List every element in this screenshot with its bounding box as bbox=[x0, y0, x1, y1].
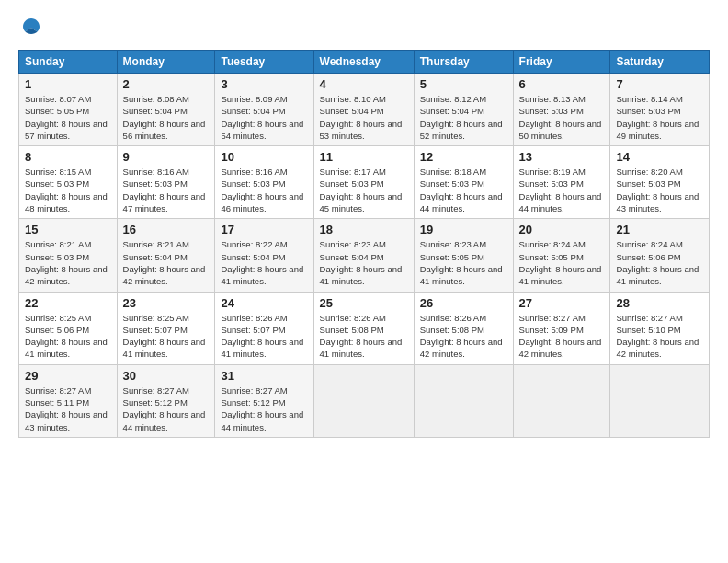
day-info: Sunrise: 8:21 AM Sunset: 5:03 PM Dayligh… bbox=[25, 238, 111, 287]
calendar-cell: 25Sunrise: 8:26 AM Sunset: 5:08 PM Dayli… bbox=[313, 292, 414, 364]
weekday-header-saturday: Saturday bbox=[610, 51, 710, 74]
day-number: 28 bbox=[616, 296, 703, 310]
day-number: 22 bbox=[25, 296, 111, 310]
day-number: 31 bbox=[221, 369, 307, 383]
weekday-header-sunday: Sunday bbox=[19, 51, 118, 74]
weekday-header-wednesday: Wednesday bbox=[313, 51, 414, 74]
day-number: 9 bbox=[123, 150, 210, 164]
day-number: 3 bbox=[221, 77, 307, 91]
day-info: Sunrise: 8:25 AM Sunset: 5:07 PM Dayligh… bbox=[123, 312, 210, 361]
calendar-table: SundayMondayTuesdayWednesdayThursdayFrid… bbox=[18, 50, 710, 438]
calendar-cell: 12Sunrise: 8:18 AM Sunset: 5:03 PM Dayli… bbox=[414, 146, 513, 219]
calendar-cell: 2Sunrise: 8:08 AM Sunset: 5:04 PM Daylig… bbox=[117, 74, 215, 146]
day-info: Sunrise: 8:15 AM Sunset: 5:03 PM Dayligh… bbox=[25, 166, 111, 214]
day-info: Sunrise: 8:16 AM Sunset: 5:03 PM Dayligh… bbox=[123, 166, 210, 214]
day-info: Sunrise: 8:17 AM Sunset: 5:03 PM Dayligh… bbox=[320, 166, 408, 214]
day-info: Sunrise: 8:26 AM Sunset: 5:08 PM Dayligh… bbox=[420, 312, 507, 361]
calendar-cell: 27Sunrise: 8:27 AM Sunset: 5:09 PM Dayli… bbox=[513, 292, 610, 364]
day-number: 6 bbox=[519, 77, 605, 91]
calendar-cell: 26Sunrise: 8:26 AM Sunset: 5:08 PM Dayli… bbox=[414, 292, 513, 364]
day-number: 16 bbox=[123, 223, 210, 236]
calendar-cell: 16Sunrise: 8:21 AM Sunset: 5:04 PM Dayli… bbox=[117, 219, 215, 292]
day-info: Sunrise: 8:12 AM Sunset: 5:04 PM Dayligh… bbox=[420, 93, 507, 142]
calendar-cell: 28Sunrise: 8:27 AM Sunset: 5:10 PM Dayli… bbox=[610, 292, 710, 364]
calendar-cell: 17Sunrise: 8:22 AM Sunset: 5:04 PM Dayli… bbox=[215, 219, 313, 292]
day-number: 30 bbox=[123, 369, 210, 383]
day-info: Sunrise: 8:13 AM Sunset: 5:03 PM Dayligh… bbox=[519, 93, 605, 142]
day-info: Sunrise: 8:25 AM Sunset: 5:06 PM Dayligh… bbox=[25, 312, 111, 361]
calendar-cell: 1Sunrise: 8:07 AM Sunset: 5:05 PM Daylig… bbox=[19, 74, 118, 146]
day-info: Sunrise: 8:14 AM Sunset: 5:03 PM Dayligh… bbox=[616, 93, 703, 142]
calendar-cell: 22Sunrise: 8:25 AM Sunset: 5:06 PM Dayli… bbox=[19, 292, 118, 364]
calendar-cell: 24Sunrise: 8:26 AM Sunset: 5:07 PM Dayli… bbox=[215, 292, 313, 364]
logo-icon bbox=[18, 15, 44, 40]
day-number: 2 bbox=[123, 77, 210, 91]
calendar-cell: 21Sunrise: 8:24 AM Sunset: 5:06 PM Dayli… bbox=[610, 219, 710, 292]
calendar-cell: 13Sunrise: 8:19 AM Sunset: 5:03 PM Dayli… bbox=[513, 146, 610, 219]
day-number: 11 bbox=[320, 150, 408, 164]
calendar-cell: 31Sunrise: 8:27 AM Sunset: 5:12 PM Dayli… bbox=[215, 364, 313, 437]
day-number: 18 bbox=[320, 223, 408, 236]
day-info: Sunrise: 8:23 AM Sunset: 5:05 PM Dayligh… bbox=[420, 238, 507, 287]
day-info: Sunrise: 8:09 AM Sunset: 5:04 PM Dayligh… bbox=[221, 93, 307, 142]
calendar-cell: 14Sunrise: 8:20 AM Sunset: 5:03 PM Dayli… bbox=[610, 146, 710, 219]
day-number: 24 bbox=[221, 296, 307, 310]
day-number: 20 bbox=[519, 223, 605, 236]
day-info: Sunrise: 8:23 AM Sunset: 5:04 PM Dayligh… bbox=[320, 238, 408, 287]
calendar-cell: 3Sunrise: 8:09 AM Sunset: 5:04 PM Daylig… bbox=[215, 74, 313, 146]
day-number: 14 bbox=[616, 150, 703, 164]
calendar-cell: 8Sunrise: 8:15 AM Sunset: 5:03 PM Daylig… bbox=[19, 146, 118, 219]
calendar-cell bbox=[610, 364, 710, 437]
day-number: 1 bbox=[25, 77, 111, 91]
day-info: Sunrise: 8:10 AM Sunset: 5:04 PM Dayligh… bbox=[320, 93, 408, 142]
calendar-cell: 9Sunrise: 8:16 AM Sunset: 5:03 PM Daylig… bbox=[117, 146, 215, 219]
day-number: 13 bbox=[519, 150, 605, 164]
day-info: Sunrise: 8:24 AM Sunset: 5:05 PM Dayligh… bbox=[519, 238, 605, 287]
day-number: 7 bbox=[616, 77, 703, 91]
day-info: Sunrise: 8:08 AM Sunset: 5:04 PM Dayligh… bbox=[123, 93, 210, 142]
day-info: Sunrise: 8:16 AM Sunset: 5:03 PM Dayligh… bbox=[221, 166, 307, 214]
calendar-cell: 18Sunrise: 8:23 AM Sunset: 5:04 PM Dayli… bbox=[313, 219, 414, 292]
calendar-cell: 7Sunrise: 8:14 AM Sunset: 5:03 PM Daylig… bbox=[610, 74, 710, 146]
day-number: 29 bbox=[25, 369, 111, 383]
day-number: 5 bbox=[420, 77, 507, 91]
day-info: Sunrise: 8:26 AM Sunset: 5:07 PM Dayligh… bbox=[221, 312, 307, 361]
day-info: Sunrise: 8:21 AM Sunset: 5:04 PM Dayligh… bbox=[123, 238, 210, 287]
day-info: Sunrise: 8:26 AM Sunset: 5:08 PM Dayligh… bbox=[320, 312, 408, 361]
day-number: 10 bbox=[221, 150, 307, 164]
weekday-header-tuesday: Tuesday bbox=[215, 51, 313, 74]
day-info: Sunrise: 8:07 AM Sunset: 5:05 PM Dayligh… bbox=[25, 93, 111, 142]
calendar-cell: 23Sunrise: 8:25 AM Sunset: 5:07 PM Dayli… bbox=[117, 292, 215, 364]
day-number: 12 bbox=[420, 150, 507, 164]
calendar-cell: 6Sunrise: 8:13 AM Sunset: 5:03 PM Daylig… bbox=[513, 74, 610, 146]
day-info: Sunrise: 8:24 AM Sunset: 5:06 PM Dayligh… bbox=[616, 238, 703, 287]
day-number: 17 bbox=[221, 223, 307, 236]
day-info: Sunrise: 8:19 AM Sunset: 5:03 PM Dayligh… bbox=[519, 166, 605, 214]
calendar-cell: 29Sunrise: 8:27 AM Sunset: 5:11 PM Dayli… bbox=[19, 364, 118, 437]
calendar-cell: 5Sunrise: 8:12 AM Sunset: 5:04 PM Daylig… bbox=[414, 74, 513, 146]
day-number: 15 bbox=[25, 223, 111, 236]
calendar-cell bbox=[313, 364, 414, 437]
weekday-header-thursday: Thursday bbox=[414, 51, 513, 74]
calendar-cell bbox=[414, 364, 513, 437]
day-info: Sunrise: 8:27 AM Sunset: 5:12 PM Dayligh… bbox=[221, 385, 307, 433]
calendar-cell: 20Sunrise: 8:24 AM Sunset: 5:05 PM Dayli… bbox=[513, 219, 610, 292]
logo bbox=[18, 15, 48, 40]
calendar-page: SundayMondayTuesdayWednesdayThursdayFrid… bbox=[0, 0, 728, 563]
day-number: 8 bbox=[25, 150, 111, 164]
day-info: Sunrise: 8:27 AM Sunset: 5:11 PM Dayligh… bbox=[25, 385, 111, 433]
header bbox=[18, 15, 710, 40]
calendar-cell bbox=[513, 364, 610, 437]
day-info: Sunrise: 8:20 AM Sunset: 5:03 PM Dayligh… bbox=[616, 166, 703, 214]
day-number: 26 bbox=[420, 296, 507, 310]
weekday-header-monday: Monday bbox=[117, 51, 215, 74]
day-number: 23 bbox=[123, 296, 210, 310]
day-number: 25 bbox=[320, 296, 408, 310]
calendar-cell: 30Sunrise: 8:27 AM Sunset: 5:12 PM Dayli… bbox=[117, 364, 215, 437]
calendar-cell: 11Sunrise: 8:17 AM Sunset: 5:03 PM Dayli… bbox=[313, 146, 414, 219]
calendar-cell: 4Sunrise: 8:10 AM Sunset: 5:04 PM Daylig… bbox=[313, 74, 414, 146]
day-info: Sunrise: 8:18 AM Sunset: 5:03 PM Dayligh… bbox=[420, 166, 507, 214]
weekday-header-friday: Friday bbox=[513, 51, 610, 74]
day-info: Sunrise: 8:22 AM Sunset: 5:04 PM Dayligh… bbox=[221, 238, 307, 287]
calendar-cell: 15Sunrise: 8:21 AM Sunset: 5:03 PM Dayli… bbox=[19, 219, 118, 292]
